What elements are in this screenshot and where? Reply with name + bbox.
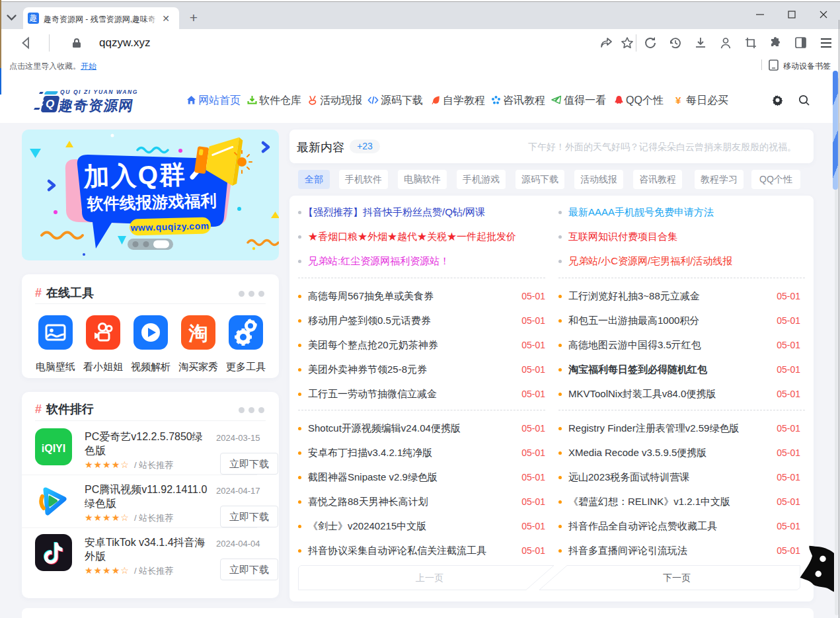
svg-text:上一页: 上一页 bbox=[416, 572, 443, 583]
svg-text:¥: ¥ bbox=[675, 95, 681, 105]
svg-text:淘: 淘 bbox=[188, 323, 208, 344]
svg-text:加入Q群: 加入Q群 bbox=[82, 160, 186, 191]
svg-text:软件线报游戏福利: 软件线报游戏福利 bbox=[86, 192, 217, 213]
svg-text:下一页: 下一页 bbox=[663, 572, 691, 583]
svg-text:iQIYI: iQIYI bbox=[42, 443, 65, 454]
svg-text:www.quqizy.com: www.quqizy.com bbox=[130, 220, 209, 233]
